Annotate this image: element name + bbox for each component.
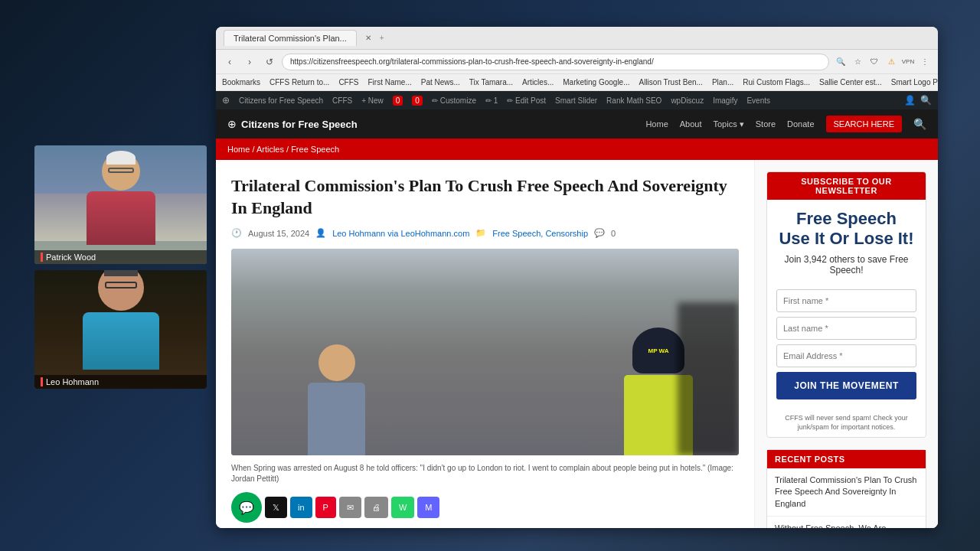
participant-name-patrick: Patrick Wood [34,250,207,264]
vpn-icon[interactable]: VPN [901,55,915,69]
menu-icon[interactable]: ⋮ [918,55,932,69]
helmet-text: MP WA [648,347,669,354]
mastodon-icon: M [425,503,432,512]
meta-author-icon: 👤 [315,228,326,238]
wp-imagify[interactable]: Imagify [713,96,737,105]
search-icon[interactable]: 🔍 [913,118,926,130]
wp-events[interactable]: Events [746,96,770,105]
site-nav: ⊕ Citizens for Free Speech Home About To… [216,109,938,139]
bookmark-allison[interactable]: Allison Trust Ben... [639,78,703,86]
article-image: MP WA [231,249,739,455]
first-name-input[interactable] [776,289,916,312]
wp-wpdiscuz[interactable]: wpDiscuz [671,96,704,105]
nav-donate[interactable]: Donate [787,119,814,129]
wp-user-icon[interactable]: 👤 [904,95,916,106]
email-icon: ✉ [347,503,354,513]
address-bar[interactable] [282,54,829,70]
wp-search-icon[interactable]: 🔍 [920,95,932,106]
video-panel-leo: Leo Hohmann [34,270,207,389]
nav-topics[interactable]: Topics ▾ [714,119,744,129]
bookmark-marketing[interactable]: Marketing Google... [563,78,629,86]
twitter-icon: 𝕏 [273,503,279,513]
wp-store[interactable]: + New [361,96,384,105]
tab-label: Trilateral Commission's Plan... [234,34,347,43]
mastodon-share-button[interactable]: M [417,497,439,518]
breadcrumb-text: Home / Articles / Free Speech [227,145,339,154]
nav-store[interactable]: Store [756,119,776,129]
meta-clock-icon: 🕐 [231,228,242,238]
linkedin-share-button[interactable]: in [290,497,312,518]
toolbar-icons: 🔍 ☆ 🛡 ⚠ VPN ⋮ [834,55,932,69]
whatsapp-share-button[interactable]: W [391,497,414,518]
bookmark-rui[interactable]: Rui Custom Flags... [743,78,810,86]
newsletter-header: SUBSCRIBE TO OUR NEWSLETTER [767,172,926,200]
browser-window: Trilateral Commission's Plan... ✕ + ‹ › … [216,27,938,528]
pinterest-share-button[interactable]: P [315,497,336,518]
comment-button[interactable]: 💬 [231,492,262,523]
bookmark-bookmarks[interactable]: Bookmarks [222,78,260,86]
wp-updates-badge[interactable]: 0 [412,96,423,106]
last-name-input[interactable] [776,317,916,340]
nav-about[interactable]: About [680,119,702,129]
share-bar: 💬 𝕏 in P ✉ 🖨 W [231,492,739,523]
video-sidebar: Patrick Wood Leo Hohmann [34,145,207,389]
tab-close-button[interactable]: ✕ [363,33,374,44]
wp-customize[interactable]: ✏ Customize [432,96,476,105]
promo-title-line2: Use It Or Lose It! [776,229,916,249]
promo-title-line1: Free Speech [776,209,916,229]
wp-rank-math[interactable]: Rank Math SEO [606,96,662,105]
recent-post-item-1[interactable]: Trilateral Commission's Plan To Crush Fr… [767,468,926,517]
meta-author[interactable]: Leo Hohmann via LeoHohmann.com [332,229,469,238]
recent-posts-header: RECENT POSTS [767,450,926,468]
bookmark-tix-tamara[interactable]: Tix Tamara... [469,78,513,86]
wp-site-name[interactable]: Citizens for Free Speech [239,96,323,105]
image-caption: When Spring was arrested on August 8 he … [231,463,739,484]
wp-admin-bar: ⊕ Citizens for Free Speech CFFS + New 0 … [216,91,938,109]
browser-tab[interactable]: Trilateral Commission's Plan... [224,30,357,46]
meta-folder-icon: 📁 [475,228,486,238]
back-button[interactable]: ‹ [222,54,237,70]
main-article: Trilateral Commission's Plan To Crush Fr… [216,160,754,528]
article-sidebar: SUBSCRIBE TO OUR NEWSLETTER Free Speech … [754,160,938,528]
bookmark-sallie[interactable]: Sallie Center est... [819,78,882,86]
twitter-share-button[interactable]: 𝕏 [265,497,287,518]
wp-comments-badge[interactable]: 0 [393,96,403,106]
shield-icon[interactable]: 🛡 [867,55,881,69]
linkedin-icon: in [298,503,305,512]
wp-cffs[interactable]: CFFS [332,96,352,105]
bookmark-cffs-return[interactable]: CFFS Return to... [270,78,329,86]
warning-icon[interactable]: ⚠ [884,55,898,69]
spam-notice: CFFS will never send spam! Check your ju… [767,409,926,437]
bookmark-first-name[interactable]: First Name... [368,78,411,86]
participant-name-leo: Leo Hohmann [34,375,207,389]
email-input[interactable] [776,344,916,367]
wp-new[interactable]: ✏ 1 [485,96,498,105]
recent-posts-box: RECENT POSTS Trilateral Commission's Pla… [766,449,926,528]
meta-categories[interactable]: Free Speech, Censorship [492,229,588,238]
star-icon[interactable]: ☆ [851,55,864,69]
recent-post-item-2[interactable]: Without Free Speech, We Are Doomed [767,517,926,528]
email-share-button[interactable]: ✉ [339,497,361,518]
bookmark-cffs[interactable]: CFFS [338,78,358,86]
bookmark-smart[interactable]: Smart Logo Pile t... [891,78,938,86]
print-share-button[interactable]: 🖨 [364,497,388,518]
new-tab-button[interactable]: + [380,34,384,42]
print-icon: 🖨 [372,503,381,512]
newsletter-box: SUBSCRIBE TO OUR NEWSLETTER Free Speech … [766,171,926,438]
zoom-icon[interactable]: 🔍 [834,55,848,69]
breadcrumb-bar: Home / Articles / Free Speech [216,139,938,160]
article-title: Trilateral Commission's Plan To Crush Fr… [231,175,739,219]
wp-smart-slider[interactable]: Smart Slider [555,96,597,105]
wp-logo: ⊕ [222,95,230,106]
bookmark-plan[interactable]: Plan... [712,78,733,86]
refresh-button[interactable]: ↺ [262,54,277,70]
wp-edit-post[interactable]: ✏ Edit Post [507,96,546,105]
forward-button[interactable]: › [242,54,257,70]
join-button[interactable]: JOIN THE MOVEMENT [776,372,916,399]
video-panel-patrick: Patrick Wood [34,145,207,264]
search-here-button[interactable]: SEARCH HERE [826,116,902,132]
nav-home[interactable]: Home [645,119,668,129]
browser-toolbar: ‹ › ↺ 🔍 ☆ 🛡 ⚠ VPN ⋮ [216,50,938,74]
bookmark-articles[interactable]: Articles... [522,78,554,86]
bookmark-pat-news[interactable]: Pat News... [421,78,460,86]
